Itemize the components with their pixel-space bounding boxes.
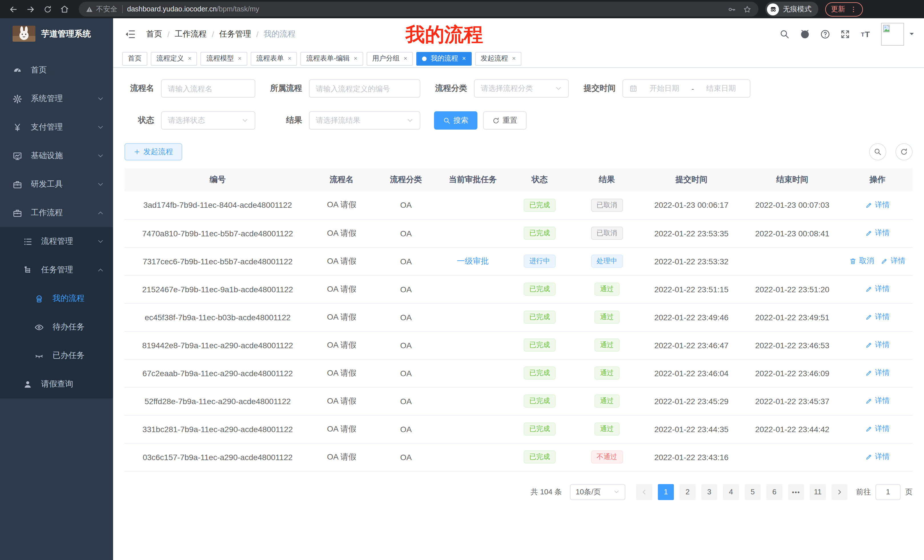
sidebar-item-dev-tools[interactable]: 研发工具 — [0, 170, 113, 199]
tab-bar: 首页流程定义×流程模型×流程表单×流程表单-编辑×用户分组×我的流程×发起流程× — [113, 49, 924, 68]
submit-time-range-picker[interactable]: 开始日期 - 结束日期 — [622, 79, 750, 97]
star-icon[interactable] — [743, 5, 752, 13]
browser-update-button[interactable]: 更新 — [825, 2, 863, 16]
tab-process-definition[interactable]: 流程定义× — [151, 52, 197, 65]
search-icon[interactable] — [780, 29, 790, 39]
sidebar-item-done-tasks[interactable]: 已办任务 — [0, 341, 113, 370]
start-process-button[interactable]: 发起流程 — [124, 143, 182, 160]
tab-my-process[interactable]: 我的流程× — [416, 52, 471, 65]
process-definition-input[interactable] — [309, 79, 420, 97]
detail-link[interactable]: 详情 — [865, 396, 890, 406]
address-bar[interactable]: 不安全 dashboard.yudao.iocoder.cn/bpm/task/… — [79, 2, 758, 16]
tab-start-process[interactable]: 发起流程× — [475, 52, 521, 65]
avatar[interactable] — [881, 22, 904, 45]
detail-link[interactable]: 详情 — [865, 228, 890, 238]
reset-button[interactable]: 重置 — [483, 111, 526, 130]
tab-process-form[interactable]: 流程表单× — [251, 52, 297, 65]
reload-icon[interactable] — [40, 2, 55, 16]
result-select[interactable]: 请选择流结果 — [309, 111, 420, 130]
page-button-1[interactable]: 1 — [658, 484, 674, 500]
detail-link[interactable]: 详情 — [865, 452, 890, 462]
close-tab-icon[interactable]: × — [354, 55, 357, 61]
process-name-input[interactable] — [161, 79, 255, 97]
page-button-2[interactable]: 2 — [680, 484, 696, 500]
page-button-11[interactable]: 11 — [810, 484, 826, 500]
sidebar-item-payment-management[interactable]: 支付管理 — [0, 113, 113, 142]
process-name-cell: OA 请假 — [310, 359, 372, 387]
task-link[interactable]: 一级审批 — [457, 256, 489, 265]
page-size-select[interactable]: 10条/页 — [570, 484, 626, 500]
key-icon[interactable] — [728, 5, 736, 13]
menu-dots-icon[interactable] — [850, 5, 857, 13]
close-tab-icon[interactable]: × — [404, 55, 408, 61]
detail-link[interactable]: 详情 — [865, 200, 890, 210]
collapse-sidebar-icon[interactable] — [122, 28, 138, 40]
github-icon[interactable] — [800, 28, 810, 39]
detail-link[interactable]: 详情 — [865, 340, 890, 350]
detail-link[interactable]: 详情 — [865, 284, 890, 294]
sidebar-item-label: 已办任务 — [52, 350, 104, 361]
font-size-icon[interactable]: TT — [860, 28, 872, 40]
search-button[interactable]: 搜索 — [434, 111, 477, 130]
monitor-icon — [13, 151, 22, 161]
jump-page-input[interactable] — [876, 484, 901, 500]
column-header: 当前审批任务 — [440, 168, 506, 191]
app-logo-row[interactable]: 芋道管理系统 — [0, 18, 113, 49]
end-date-placeholder: 结束日期 — [698, 83, 744, 94]
sidebar-item-process-management[interactable]: 流程管理 — [0, 227, 113, 256]
result-badge: 通过 — [594, 338, 620, 352]
fullscreen-icon[interactable] — [840, 29, 850, 39]
sidebar-item-system-management[interactable]: 系统管理 — [0, 84, 113, 113]
user-icon — [23, 379, 33, 389]
current-task-cell — [440, 191, 506, 219]
detail-link[interactable]: 详情 — [865, 368, 890, 378]
forward-icon[interactable] — [23, 2, 38, 16]
omnibox-divider — [122, 5, 123, 13]
tab-home[interactable]: 首页 — [122, 52, 147, 65]
sidebar-item-todo-tasks[interactable]: 待办任务 — [0, 313, 113, 341]
home-icon[interactable] — [57, 2, 72, 16]
status-badge: 已完成 — [524, 394, 556, 407]
prev-page-button[interactable] — [636, 484, 652, 500]
table-row: 819442e8-7b9a-11ec-a290-acde48001122OA 请… — [124, 331, 913, 359]
sidebar-item-task-management[interactable]: 任务管理 — [0, 256, 113, 284]
cancel-link[interactable]: 取消 — [849, 256, 874, 266]
status-cell: 已完成 — [506, 219, 573, 247]
next-page-button[interactable] — [831, 484, 848, 500]
page-button-6[interactable]: 6 — [766, 484, 782, 500]
edit-icon — [865, 229, 873, 237]
breadcrumb-item[interactable]: 首页 — [146, 29, 162, 39]
close-tab-icon[interactable]: × — [188, 55, 192, 61]
sidebar-item-leave-query[interactable]: 请假查询 — [0, 370, 113, 398]
close-tab-icon[interactable]: × — [512, 55, 516, 61]
close-tab-icon[interactable]: × — [288, 55, 291, 61]
show-search-button[interactable] — [869, 143, 886, 160]
detail-link[interactable]: 详情 — [865, 312, 890, 322]
detail-link[interactable]: 详情 — [865, 424, 890, 434]
sidebar-item-workflow[interactable]: 工作流程 — [0, 199, 113, 227]
page-button-3[interactable]: 3 — [701, 484, 717, 500]
page-ellipsis[interactable]: ••• — [788, 484, 804, 500]
process-category-select[interactable]: 请选择流程分类 — [474, 79, 569, 97]
status-select[interactable]: 请选择状态 — [161, 111, 255, 130]
user-menu[interactable] — [881, 22, 915, 45]
sidebar-item-my-process[interactable]: 我的流程 — [0, 284, 113, 313]
actions-cell: 详情 — [842, 415, 913, 443]
page-button-4[interactable]: 4 — [723, 484, 739, 500]
security-indicator[interactable]: 不安全 — [86, 4, 117, 14]
page-button-5[interactable]: 5 — [745, 484, 760, 500]
tab-process-model[interactable]: 流程模型× — [201, 52, 247, 65]
detail-link-label: 详情 — [875, 200, 890, 210]
breadcrumb-item[interactable]: 任务管理 — [219, 29, 251, 39]
sidebar-item-home[interactable]: 首页 — [0, 56, 113, 84]
help-icon[interactable] — [820, 29, 830, 39]
close-tab-icon[interactable]: × — [462, 55, 466, 61]
breadcrumb-item[interactable]: 工作流程 — [175, 29, 207, 39]
detail-link[interactable]: 详情 — [881, 256, 906, 266]
tab-process-form-edit[interactable]: 流程表单-编辑× — [301, 52, 363, 65]
close-tab-icon[interactable]: × — [238, 55, 242, 61]
tab-user-group[interactable]: 用户分组× — [367, 52, 413, 65]
refresh-table-button[interactable] — [896, 143, 913, 160]
back-icon[interactable] — [6, 2, 21, 16]
sidebar-item-infrastructure[interactable]: 基础设施 — [0, 142, 113, 170]
